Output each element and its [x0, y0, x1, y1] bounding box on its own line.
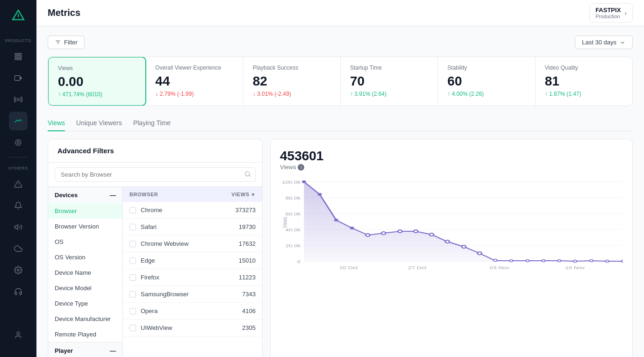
tab-views[interactable]: Views — [48, 115, 65, 131]
svg-point-7 — [17, 99, 20, 101]
chart-dot — [573, 260, 577, 263]
browser-list-header: BROWSER VIEWS ▼ — [123, 187, 262, 202]
svg-text:20.0k: 20.0k — [286, 243, 301, 248]
metric-playback-label: Playback Success — [253, 64, 331, 71]
filter-os-version[interactable]: OS Version — [48, 250, 122, 265]
chart-dot — [606, 260, 609, 263]
metric-startup-change: ↑ 3.91% (2.64) — [350, 91, 428, 97]
date-range-button[interactable]: Last 30 days — [575, 36, 633, 49]
filter-device-model[interactable]: Device Model — [48, 280, 122, 296]
filter-device-type[interactable]: Device Type — [48, 296, 122, 311]
sort-arrow-icon: ▼ — [251, 192, 256, 197]
tab-playing-time[interactable]: Playing Time — [133, 115, 171, 131]
svg-text:80.0k: 80.0k — [286, 196, 301, 200]
uiwebview-checkbox[interactable] — [129, 325, 136, 331]
sidebar-item-monitor[interactable] — [9, 133, 28, 152]
svg-point-9 — [17, 142, 20, 144]
sidebar-item-alert[interactable] — [9, 175, 28, 193]
chart-dot — [558, 260, 561, 262]
filter-os[interactable]: OS — [48, 234, 122, 250]
metric-startup-value: 70 — [350, 74, 428, 89]
svg-point-14 — [17, 332, 20, 335]
filter-browser[interactable]: Browser — [48, 203, 122, 219]
views-sort[interactable]: VIEWS ▼ — [231, 192, 256, 197]
sidebar-item-cloud[interactable] — [9, 239, 28, 258]
col-views: VIEWS — [231, 192, 249, 197]
metric-stability-change: ↑ 4.00% (2.26) — [447, 91, 525, 97]
metric-playback-value: 82 — [253, 74, 331, 89]
svg-text:20 Oct: 20 Oct — [339, 265, 358, 270]
filter-device-manufacturer[interactable]: Device Manufacturer — [48, 311, 122, 327]
chart-dot — [429, 233, 434, 236]
chart-dot — [509, 260, 513, 262]
search-input[interactable] — [55, 167, 256, 182]
metric-stability-value: 60 — [447, 74, 525, 89]
metric-views-value: 0.00 — [58, 74, 136, 89]
metric-views[interactable]: Views 0.00 ↑ 471.74% (6010) — [48, 57, 146, 106]
opera-checkbox[interactable] — [129, 308, 136, 314]
workspace-name: FASTPIX — [595, 7, 621, 14]
collapse-player-icon[interactable]: — — [110, 347, 116, 354]
edge-checkbox[interactable] — [129, 257, 136, 264]
view-tabs: Views Unique Viewers Playing Time — [48, 115, 633, 131]
chart-dot — [398, 230, 402, 233]
sidebar: PRODUCTS OTHERS — [0, 0, 36, 357]
firefox-views: 11223 — [239, 274, 256, 281]
chart-panel: 453601 Views i 10 — [270, 139, 633, 357]
filter-button[interactable]: Filter — [48, 36, 85, 49]
sidebar-item-video[interactable] — [9, 69, 28, 87]
divider — [9, 157, 28, 157]
content-area: Filter Last 30 days Views 0.00 ↑ 471.74%… — [36, 26, 644, 357]
chrome-checkbox[interactable] — [129, 207, 136, 214]
safari-checkbox[interactable] — [129, 224, 136, 230]
browser-row-samsung: SamsungBrowser 7343 — [123, 286, 262, 303]
chart-svg: 100.0k 80.0k 60.0k 40.0k 20.0k 0 — [280, 178, 623, 271]
svg-rect-3 — [15, 56, 21, 57]
svg-text:60.0k: 60.0k — [286, 212, 301, 216]
svg-text:10 Nov: 10 Nov — [565, 265, 585, 270]
sidebar-item-broadcast[interactable] — [9, 90, 28, 109]
tab-unique-viewers[interactable]: Unique Viewers — [76, 115, 122, 131]
metric-startup-label: Startup Time — [350, 64, 428, 71]
metric-stability-label: Stability — [447, 64, 525, 71]
firefox-checkbox[interactable] — [129, 274, 136, 281]
sidebar-item-headset[interactable] — [9, 282, 28, 301]
main-panel: Advanced Filters Devices — [48, 139, 633, 357]
sidebar-item-analytics[interactable] — [9, 112, 28, 130]
filter-remote-played[interactable]: Remote Played — [48, 327, 122, 342]
filter-label: Filter — [64, 39, 78, 46]
sidebar-item-bell[interactable] — [9, 196, 28, 215]
svg-text:40.0k: 40.0k — [286, 228, 301, 232]
search-icon — [244, 171, 251, 178]
player-section-header: Player — — [48, 342, 122, 357]
svg-text:0: 0 — [297, 259, 301, 264]
svg-text:Views: Views — [281, 217, 288, 228]
metric-startup[interactable]: Startup Time 70 ↑ 3.91% (2.64) — [341, 57, 438, 106]
metric-quality[interactable]: Video Quality 81 ↑ 1.87% (1.47) — [536, 57, 632, 106]
metric-stability[interactable]: Stability 60 ↑ 4.00% (2.26) — [438, 57, 535, 106]
filter-browser-version[interactable]: Browser Version — [48, 219, 122, 234]
sidebar-item-megaphone[interactable] — [9, 218, 28, 236]
chart-area: 100.0k 80.0k 60.0k 40.0k 20.0k 0 — [280, 178, 623, 355]
collapse-devices-icon[interactable]: — — [110, 192, 116, 199]
workspace-selector[interactable]: FASTPIX Production › — [589, 3, 633, 22]
samsung-checkbox[interactable] — [129, 291, 136, 298]
samsung-name: SamsungBrowser — [141, 291, 189, 298]
sidebar-item-user[interactable] — [9, 326, 28, 344]
chart-dot — [621, 260, 623, 263]
firefox-name: Firefox — [141, 274, 159, 281]
sidebar-item-storage[interactable] — [9, 47, 28, 66]
sidebar-item-settings[interactable] — [9, 261, 28, 279]
browser-row-chrome-webview: Chrome Webview 17632 — [123, 236, 262, 252]
browser-row-uiwebview: UIWebView 2305 — [123, 320, 262, 336]
filter-device-name[interactable]: Device Name — [48, 265, 122, 280]
uiwebview-views: 2305 — [242, 324, 256, 331]
chart-dot — [445, 240, 450, 243]
main-content: Metrics FASTPIX Production › Filter Last… — [36, 0, 644, 357]
metric-ove[interactable]: Overall Viewer Experience 44 ↓ 2.79% (-1… — [146, 57, 243, 106]
chrome-webview-checkbox[interactable] — [129, 241, 136, 247]
opera-views: 4106 — [242, 307, 256, 314]
svg-point-13 — [17, 269, 20, 271]
metric-playback[interactable]: Playback Success 82 ↓ 3.01% (-2.49) — [243, 57, 341, 106]
svg-rect-5 — [15, 76, 20, 81]
